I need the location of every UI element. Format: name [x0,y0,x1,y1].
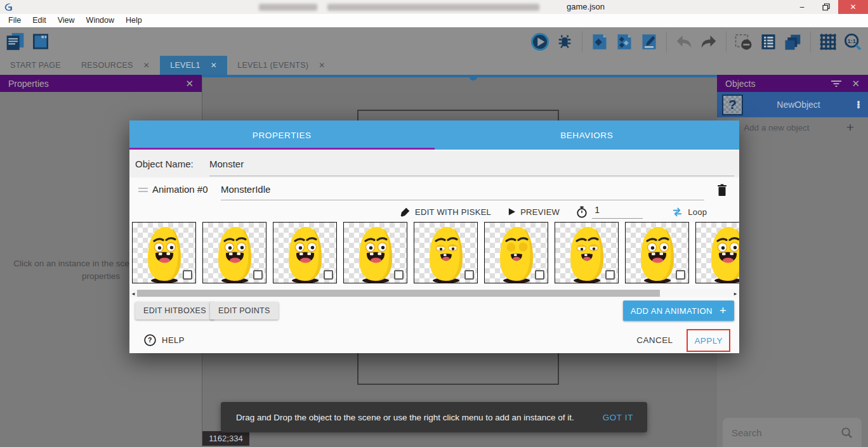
got-it-button[interactable]: GOT IT [603,413,633,422]
animation-frame[interactable] [132,222,196,283]
tab-label: RESOURCES [81,61,133,70]
menu-help[interactable]: Help [120,14,148,27]
objects-panel: Objects ✕ ? NewObject ••• Add a new obje… [717,75,868,447]
frame-checkbox[interactable] [183,270,192,280]
frames-scrollbar[interactable]: ◂ ▸ [129,289,739,297]
redo-icon[interactable] [699,32,719,52]
frame-checkbox[interactable] [535,270,544,280]
undo-icon[interactable] [674,32,694,52]
menu-view[interactable]: View [52,14,81,27]
tab-resources[interactable]: RESOURCES✕ [71,56,160,75]
object-name-field[interactable]: Monster [209,159,734,176]
grid-icon[interactable] [818,32,838,52]
cursor-coordinates: 1162;334 [202,431,249,446]
minimize-button[interactable]: – [790,0,814,14]
project-manager-icon[interactable] [5,32,25,52]
close-icon[interactable]: ✕ [852,78,860,89]
menu-edit[interactable]: Edit [27,14,52,27]
scene-top-handle[interactable] [470,75,477,81]
drag-handle-icon[interactable] [138,188,148,194]
tab-start-page[interactable]: START PAGE [0,56,71,75]
kebab-menu-icon[interactable]: ••• [854,101,863,108]
cancel-button[interactable]: CANCEL [636,335,673,345]
file-cubes-icon[interactable] [614,32,635,52]
edit-points-button[interactable]: EDIT POINTS [210,302,279,320]
object-list-item[interactable]: ? NewObject ••• [717,92,868,117]
add-animation-label: ADD AN ANIMATION [631,306,713,316]
close-button[interactable]: ✕ [838,0,868,14]
scene-top-border [202,75,717,77]
tab-level1-events[interactable]: LEVEL1 (EVENTS)✕ [227,56,336,75]
window-title: game.json [567,2,605,11]
frame-checkbox[interactable] [324,270,333,280]
redacted-title-segment [259,4,317,11]
tab-level1[interactable]: LEVEL1✕ [160,56,227,75]
animation-frame[interactable] [555,222,619,283]
help-icon: ? [144,334,156,346]
help-label: HELP [162,335,185,345]
layers-icon[interactable] [783,32,803,52]
close-icon[interactable]: ✕ [185,78,194,89]
edit-hitboxes-button[interactable]: EDIT HITBOXES [135,302,214,320]
edit-with-piskel-button[interactable]: EDIT WITH PISKEL [415,207,491,217]
apply-button[interactable]: APPLY [694,336,723,346]
animation-tools-row: EDIT WITH PISKEL PREVIEW 1 Loop [400,204,707,220]
restore-button[interactable] [814,0,838,14]
add-object-row[interactable]: Add a new object + [717,117,868,138]
loop-toggle[interactable]: Loop [688,207,707,217]
file-cube-icon[interactable] [589,32,610,52]
close-icon[interactable]: ✕ [143,61,150,70]
animation-frame[interactable] [202,222,266,283]
object-editor-dialog: PROPERTIES BEHAVIORS Object Name: Monste… [129,120,739,353]
animation-frame[interactable] [273,222,337,283]
frame-checkbox[interactable] [253,270,263,280]
time-between-frames-input[interactable]: 1 [592,205,643,219]
frame-checkbox[interactable] [394,270,404,280]
add-animation-button[interactable]: ADD AN ANIMATION + [623,301,734,321]
play-icon[interactable] [530,32,550,52]
objects-panel-header: Objects ✕ [717,75,868,92]
delete-animation-button[interactable] [714,182,730,198]
animation-frame[interactable] [484,222,548,283]
object-search-input[interactable]: Search [723,418,862,447]
close-icon[interactable]: ✕ [211,61,217,70]
close-icon[interactable]: ✕ [319,61,325,70]
menu-window[interactable]: Window [81,14,120,27]
animation-frame[interactable] [414,222,478,283]
scrollbar-thumb[interactable] [137,290,660,297]
file-edit-icon[interactable] [639,32,659,52]
tab-behaviors[interactable]: BEHAVIORS [435,120,740,150]
filter-icon[interactable] [831,80,841,87]
preview-button[interactable]: PREVIEW [520,207,560,217]
animation-frame[interactable] [695,222,739,283]
animation-frame[interactable] [343,222,407,283]
instances-list-icon[interactable] [758,32,779,52]
tab-label: START PAGE [10,61,61,70]
toolbar-separator [582,31,582,53]
help-button[interactable]: ? HELP [144,334,185,346]
loop-icon[interactable] [671,207,683,217]
tab-properties[interactable]: PROPERTIES [129,120,435,150]
edit-buttons-row: EDIT HITBOXES EDIT POINTS ADD AN ANIMATI… [129,301,739,322]
scroll-right-icon[interactable]: ▸ [732,289,739,297]
menu-file[interactable]: File [3,14,27,27]
debug-icon[interactable] [555,32,575,52]
object-name-label: Object Name: [135,159,194,169]
frame-checkbox[interactable] [676,270,685,280]
toolbar-right-group: 1:1 [530,31,863,53]
stopwatch-icon [576,206,588,218]
animation-name-field[interactable]: MonsterIdle [221,184,704,200]
zoom-1-1-icon[interactable]: 1:1 [843,32,863,52]
frame-checkbox[interactable] [464,270,474,280]
tab-label: LEVEL1 (EVENTS) [237,61,308,70]
mask-icon[interactable] [733,32,754,52]
snackbar: Drag and Drop the object to the scene or… [221,402,647,432]
start-page-icon[interactable] [30,32,51,52]
frame-checkbox[interactable] [605,270,615,280]
scroll-left-icon[interactable]: ◂ [130,289,136,297]
active-tab-indicator [129,148,435,150]
restore-icon [822,3,830,11]
animation-row: Animation #0 MonsterIdle [129,179,739,203]
animation-frame[interactable] [625,222,689,283]
properties-panel-title: Properties [8,79,185,89]
